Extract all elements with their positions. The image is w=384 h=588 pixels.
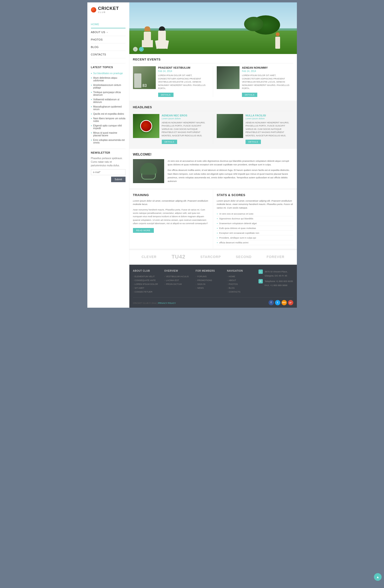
topic-item-7[interactable]: Nam libero tempore um soluta nobis	[91, 116, 126, 123]
welcome-image	[133, 159, 164, 183]
event-date-1: Feb 14, 2014	[242, 70, 293, 72]
twitter-icon[interactable]: t	[275, 300, 280, 305]
nav-item-contacts[interactable]: CONTACTS	[91, 51, 126, 58]
training-column: TRAINING Lorem ipsum dolor sit amet, con…	[129, 189, 213, 249]
footer-members-item-3[interactable]: NEWS	[196, 286, 225, 290]
stats-item-1: Signosimos ducimus qui blanditiis	[217, 216, 293, 221]
footer-copyright-area: CRICKET CLUB © 2014 | PRIVACY POLICY	[133, 300, 176, 305]
event-details-button-1[interactable]: DETAILS	[242, 93, 257, 97]
training-read-more-button[interactable]: READ MORE	[133, 228, 154, 233]
about-arrow-icon: ›	[107, 31, 108, 34]
event-content-0: PRAESENT VESTIBULUM Feb 14, 2014 LOREM I…	[158, 66, 210, 97]
event-content-1: AENEAN NONUMMY Feb 14, 2014 LOREM IPSUM …	[242, 66, 293, 97]
rss-icon[interactable]: RSS	[281, 300, 287, 305]
welcome-content: At vero eos et accusamus et iusto odio d…	[133, 159, 293, 185]
newsletter-submit-button[interactable]: Submit	[111, 177, 125, 182]
newsletter-panel: NEWSLETTER Phasellus portasce spidirausi…	[91, 148, 126, 182]
headlines-divider	[213, 114, 213, 144]
nav-link-contacts[interactable]: CONTACTS	[91, 51, 126, 58]
welcome-text-area: At vero eos et accusamus et iusto odio d…	[168, 159, 293, 185]
slider-prev-button[interactable]: ‹	[133, 47, 138, 52]
footer: ABOUT CLUB ELEMENTUM VELIT CONSEQUATE AN…	[129, 265, 297, 308]
recent-events-title: RECENT EVENTS	[133, 58, 293, 63]
stats-title: STATS & SCORES	[217, 193, 293, 197]
footer-nav-item-2[interactable]: PHOTOS	[227, 282, 256, 286]
nav-link-blog[interactable]: BLOG	[91, 43, 126, 51]
sidebar: CRICKET CLUB HOME ABOUT US › PHOTOS BLOG	[87, 2, 129, 308]
topic-item-9[interactable]: Minus id quod maxime placeat facere	[91, 130, 126, 138]
nav-link-about[interactable]: ABOUT US ›	[91, 29, 126, 36]
footer-about-item-3[interactable]: SIT AMET	[133, 286, 162, 290]
footer-nav-list: HOME ABOUT PHOTOS BLOG CONTACTS	[227, 274, 256, 294]
headline-text-0: AENEAN NONUMMY HENDRERIT MAURIS. PHASELL…	[162, 121, 210, 138]
topic-item-0[interactable]: Sui blanditiates ex praetuge	[91, 71, 126, 76]
training-intro: Lorem ipsum dolor sit amet, consectetuer…	[133, 199, 210, 206]
facebook-icon[interactable]: f	[269, 300, 274, 305]
footer-overview-item-0[interactable]: VESTIBULUM IACULIS	[164, 274, 193, 278]
training-text: Aean nonummy hendrerit mauris. Phasellus…	[133, 208, 210, 225]
footer-members-col: FOR MEMBERS FORUMS PROMOTIONS SIGN IN NE…	[196, 270, 225, 294]
headlines-title: HEADLINES	[133, 105, 293, 111]
footer-phone: Telephone +1 800 603 6035 FAX: +1 800 88…	[265, 279, 293, 287]
footer-nav-item-0[interactable]: HOME	[227, 274, 256, 278]
nav-item-home[interactable]: HOME	[91, 21, 126, 29]
footer-about-item-1[interactable]: CONSEQUATE ANTE	[133, 278, 162, 282]
nav-item-photos[interactable]: PHOTOS	[91, 36, 126, 43]
footer-members-list: FORUMS PROMOTIONS SIGN IN NEWS	[196, 274, 225, 290]
sponsor-clever: CLEVER	[142, 255, 157, 259]
social-icons-group: f t RSS g+	[269, 300, 293, 305]
event-details-button-0[interactable]: DETAILS	[158, 93, 173, 97]
topic-item-4[interactable]: Volliaemid estlaborum ut delorum	[91, 97, 126, 105]
privacy-policy-link[interactable]: PRIVACY POLICY	[158, 302, 176, 304]
footer-about-item-2[interactable]: LOREM IPSUM DOLOR	[133, 282, 162, 286]
topic-item-5[interactable]: Massafugharum quidemed rerum	[91, 105, 126, 112]
hero-slider: ‹ ›	[129, 2, 297, 54]
footer-overview-item-1[interactable]: LACINIA EST	[164, 278, 193, 282]
headline-details-button-0[interactable]: DETAILS	[162, 140, 177, 144]
footer-copyright-text: CRICKET CLUB © 2014 | PRIVACY POLICY	[133, 302, 176, 304]
footer-nav-item-1[interactable]: ABOUT	[227, 278, 256, 282]
event-date-0: Feb 14, 2014	[158, 70, 210, 72]
topic-item-6[interactable]: Qacilis est et expedita distinc	[91, 112, 126, 116]
footer-nav-item-3[interactable]: BLOG	[227, 286, 256, 290]
footer-nav-item-4[interactable]: CONTACTS	[227, 290, 256, 294]
nav-link-photos[interactable]: PHOTOS	[91, 36, 126, 43]
topic-item-10[interactable]: Enrs voluptas assumenda est omnis	[91, 138, 126, 145]
event-text-0: LOREM IPSUM DOLOR SIT AMET, CONSECTETUER…	[158, 74, 210, 90]
phone-icon: ✆	[258, 279, 263, 283]
nav-link-home[interactable]: HOME	[91, 21, 126, 28]
footer-members-item-1[interactable]: PROMOTIONS	[196, 278, 225, 282]
logo-text: CRICKET CLUB	[98, 6, 119, 13]
footer-members-item-0[interactable]: FORUMS	[196, 274, 225, 278]
headline-content-0: AENEAN NEC EROS Lorem ipsum dolore AENEA…	[162, 114, 210, 144]
ground-background	[129, 31, 297, 54]
slider-next-button[interactable]: ›	[139, 47, 144, 52]
nav-item-blog[interactable]: BLOG	[91, 43, 126, 51]
footer-overview-item-2[interactable]: PROIN DICTUM	[164, 282, 193, 286]
events-divider	[213, 66, 213, 97]
headline-subtitle-0: Lorem ipsum dolore	[162, 117, 210, 120]
hero-image	[129, 2, 297, 54]
topic-item-8[interactable]: Eligendi optio cumque nihil impedit	[91, 123, 126, 130]
newsletter-email-input[interactable]	[91, 169, 126, 175]
stats-item-0: At vero eos et accusamus et iusto	[217, 211, 293, 216]
footer-about-item-4[interactable]: CONSECTETUER	[133, 290, 162, 294]
stats-list: At vero eos et accusamus et iusto Signos…	[217, 211, 293, 245]
player-3	[275, 32, 280, 49]
event-image-0: 83	[133, 66, 156, 89]
logo-cricket-label: CRICKET	[98, 6, 119, 11]
logo-area: CRICKET CLUB	[91, 6, 126, 16]
headline-details-button-1[interactable]: DETAILS	[246, 140, 261, 144]
logo-club-label: CLUB	[98, 11, 119, 13]
footer-phone-row: ✆ Telephone +1 800 603 6035 FAX: +1 800 …	[258, 279, 293, 287]
topic-item-2[interactable]: Amelestiasexceum sintum piditapr	[91, 83, 126, 90]
footer-about-item-0[interactable]: ELEMENTUM VELIT	[133, 274, 162, 278]
headline-subtitle-1: Lorem ipsum dolore	[246, 117, 293, 120]
topic-item-3[interactable]: Timlique quincpaqui oficia deserunt	[91, 90, 126, 97]
footer-overview-list: VESTIBULUM IACULIS LACINIA EST PROIN DIC…	[164, 274, 193, 286]
googleplus-icon[interactable]: g+	[288, 300, 293, 305]
event-card-1: AENEAN NONUMMY Feb 14, 2014 LOREM IPSUM …	[217, 66, 293, 97]
topic-item-1[interactable]: Atum deleritmos atquu udoloreae	[91, 76, 126, 83]
nav-item-about[interactable]: ABOUT US ›	[91, 29, 126, 36]
footer-members-item-2[interactable]: SIGN IN	[196, 282, 225, 286]
